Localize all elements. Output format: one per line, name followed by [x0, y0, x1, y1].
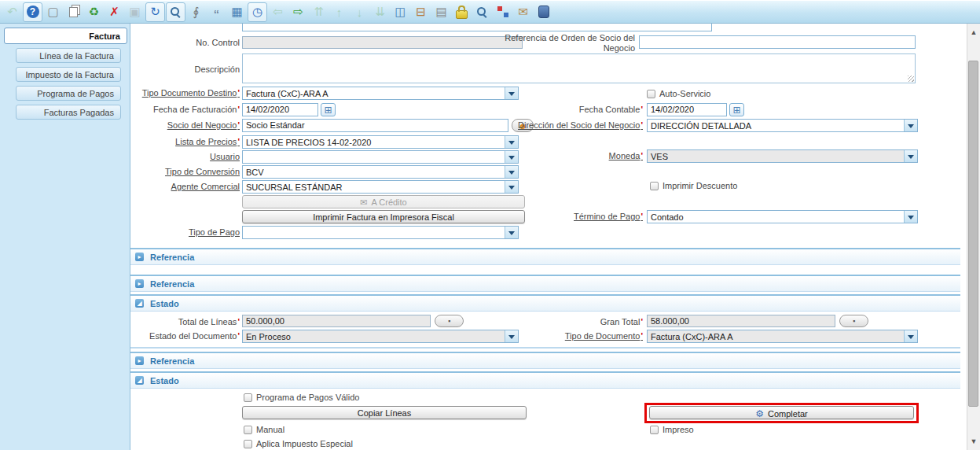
lista-precios-select[interactable]: LISTA DE PRECIOS 14-02-2020	[242, 135, 519, 149]
toolbar-end-button[interactable]	[534, 2, 553, 22]
agente-comercial-select[interactable]: SUCURSAL ESTÁNDAR	[242, 180, 519, 194]
programa-pagos-valido-checkbox[interactable]	[244, 393, 252, 402]
imprimir-fiscal-button[interactable]: Imprimir Factura en Impresora Fiscal	[242, 210, 525, 223]
copiar-lineas-button[interactable]: Copiar Líneas	[242, 406, 527, 419]
lista-precios-label[interactable]: Lista de Precios	[110, 137, 240, 147]
new-record-icon: ▢	[47, 5, 58, 19]
partial-top-input[interactable]	[242, 24, 712, 31]
no-control-input[interactable]	[242, 36, 523, 49]
toolbar-request-button[interactable]: ✉	[513, 2, 533, 22]
direccion-socio-label[interactable]: Dirección del Socio del Negocio	[495, 120, 643, 131]
archive-icon: ⊟	[416, 5, 426, 19]
section-estado-2[interactable]: ◢ Estado	[130, 371, 960, 389]
tipo-pago-label[interactable]: Tipo de Pago	[110, 227, 240, 238]
toolbar-delete-record-button[interactable]: ♻	[84, 2, 104, 22]
toolbar-attachment-button[interactable]: ∮	[186, 2, 206, 22]
toolbar-refresh-button[interactable]: ↻	[145, 2, 165, 22]
sidebar-tab-impuesto-factura[interactable]: Impuesto de la Factura	[16, 67, 121, 82]
imprimir-descuento-checkbox[interactable]	[650, 182, 659, 190]
toolbar-archive-button[interactable]: ⊟	[411, 2, 431, 22]
delete-selection-icon: ✗	[109, 5, 119, 19]
section-referencia-2[interactable]: ▸ Referencia	[130, 275, 960, 292]
collapse-icon[interactable]: ◢	[135, 376, 144, 385]
print-icon: ▤	[435, 5, 446, 19]
resize-grip-icon[interactable]	[908, 76, 914, 82]
chevron-down-icon[interactable]	[904, 330, 917, 342]
chevron-down-icon[interactable]	[904, 150, 917, 162]
gran-total-input[interactable]: 58.000,00	[647, 315, 835, 327]
scroll-up-icon[interactable]: ▲	[969, 28, 978, 36]
tipo-conversion-select[interactable]: BCV	[242, 165, 519, 179]
toolbar-copy-record-button[interactable]	[64, 2, 83, 22]
tipo-documento-label[interactable]: Tipo de Documento	[495, 331, 643, 341]
usuario-select[interactable]	[242, 150, 519, 164]
calendar-icon[interactable]: ⊞	[729, 103, 744, 116]
scrollbar-thumb[interactable]	[968, 61, 978, 407]
fecha-contable-input[interactable]: 14/02/2020	[647, 103, 727, 116]
toolbar-new-record-button[interactable]: ▢	[43, 2, 63, 22]
socio-negocio-label[interactable]: Socio del Negocio	[110, 120, 240, 131]
section-referencia-1[interactable]: ▸ Referencia	[130, 248, 960, 265]
direccion-socio-select[interactable]: DIRECCIÓN DETALLADA	[647, 119, 918, 132]
calculator-button[interactable]: ▪	[435, 315, 464, 327]
chevron-down-icon[interactable]	[904, 211, 917, 223]
toolbar-workflow-button[interactable]	[493, 2, 512, 22]
toolbar-find-button[interactable]	[166, 2, 185, 22]
sidebar-tab-factura[interactable]: Factura	[4, 28, 127, 44]
completar-button[interactable]: ⚙Completar	[649, 406, 914, 419]
calendar-icon[interactable]: ⊞	[321, 103, 336, 116]
toolbar-detail-record-button[interactable]: ⇨	[288, 2, 308, 22]
expand-icon[interactable]: ▸	[135, 356, 144, 365]
toolbar-chat-button[interactable]: “	[207, 2, 226, 22]
parent-record-icon: ⇦	[273, 5, 283, 19]
toolbar-report-button[interactable]: ◫	[391, 2, 410, 22]
chevron-down-icon[interactable]	[505, 87, 518, 99]
toolbar-history-button[interactable]: ◷	[248, 2, 267, 22]
termino-pago-label[interactable]: Término de Pago	[495, 212, 643, 222]
toolbar-delete-selection-button[interactable]: ✗	[105, 2, 124, 22]
toolbar-zoom-across-button[interactable]	[472, 2, 492, 22]
expand-icon[interactable]: ▸	[135, 279, 144, 288]
impreso-checkbox[interactable]	[650, 426, 659, 434]
tipo-documento-select[interactable]: Factura (CxC)-ARA A	[647, 330, 918, 343]
tipo-documento-destino-label[interactable]: Tipo Documento Destino	[110, 88, 240, 98]
previous-record-icon: ↑	[336, 6, 343, 19]
toolbar-print-button[interactable]: ▤	[431, 2, 451, 22]
tipo-documento-destino-select[interactable]: Factura (CxC)-ARA A	[242, 87, 519, 100]
tipo-pago-select[interactable]	[242, 226, 519, 239]
section-referencia-3[interactable]: ▸ Referencia	[130, 352, 960, 369]
toolbar-help-button[interactable]: ?	[23, 2, 42, 22]
collapse-icon[interactable]: ◢	[135, 299, 144, 308]
termino-pago-select[interactable]: Contado	[647, 210, 918, 223]
agente-comercial-label[interactable]: Agente Comercial	[110, 182, 240, 192]
moneda-select[interactable]: VES	[647, 149, 918, 163]
chevron-down-icon[interactable]	[505, 166, 518, 178]
sidebar-tab-facturas-pagadas[interactable]: Facturas Pagadas	[16, 105, 121, 120]
manual-checkbox[interactable]	[244, 426, 252, 434]
referencia-orden-input[interactable]	[639, 35, 916, 49]
chevron-down-icon[interactable]	[505, 136, 518, 148]
descripcion-textarea[interactable]	[242, 53, 916, 83]
calculator-button[interactable]: ▪	[839, 315, 868, 327]
estado-documento-select[interactable]: En Proceso	[242, 330, 519, 343]
toolbar-lock-button[interactable]	[452, 2, 472, 22]
toolbar-grid-toggle-button[interactable]: ▦	[227, 2, 247, 22]
total-lineas-input[interactable]: 50.000,00	[242, 315, 431, 327]
estado-documento-label: Estado del Documento	[110, 331, 240, 341]
usuario-label[interactable]: Usuario	[110, 152, 240, 162]
chevron-down-icon[interactable]	[505, 227, 518, 238]
socio-negocio-input[interactable]: Socio Estándar	[242, 119, 508, 132]
tipo-conversion-label[interactable]: Tipo de Conversión	[110, 167, 240, 177]
section-estado-1[interactable]: ◢ Estado	[130, 294, 960, 312]
chevron-down-icon[interactable]	[505, 181, 518, 193]
moneda-label[interactable]: Moneda	[495, 151, 643, 161]
chevron-down-icon[interactable]	[904, 120, 917, 131]
auto-servicio-checkbox[interactable]	[647, 90, 655, 98]
fecha-facturacion-input[interactable]: 14/02/2020	[242, 103, 318, 116]
scroll-down-icon[interactable]: ▼	[969, 437, 978, 445]
expand-icon[interactable]: ▸	[135, 253, 144, 261]
sidebar-tab-linea-factura[interactable]: Línea de la Factura	[16, 48, 121, 63]
sidebar-tab-programa-pagos[interactable]: Programa de Pagos	[16, 86, 121, 101]
aplica-impuesto-checkbox[interactable]	[244, 440, 252, 448]
total-lineas-label: Total de Líneas	[110, 317, 240, 327]
